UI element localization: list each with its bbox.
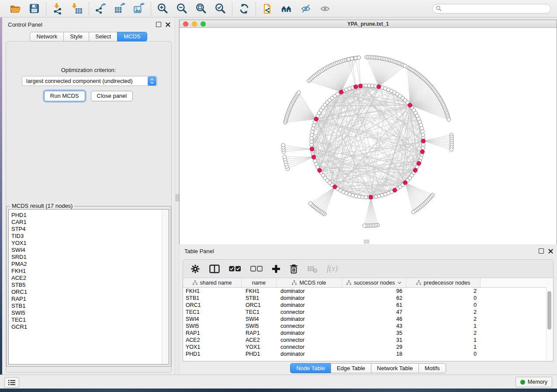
select-all-icon[interactable] (229, 263, 241, 275)
table-header-row: shared namenameMCDS rolesuccessor nodesp… (183, 278, 553, 288)
save-session-icon[interactable] (28, 3, 40, 14)
list-item[interactable]: STB5 (9, 282, 169, 289)
float-panel-icon[interactable] (156, 22, 161, 27)
network-graph[interactable] (180, 28, 557, 244)
delete-table-icon (307, 263, 318, 275)
table-cell: 43 (342, 323, 406, 329)
toggle-column-icon[interactable] (209, 263, 220, 275)
table-cell: 62 (342, 295, 406, 301)
list-item[interactable]: YOX1 (9, 240, 169, 247)
table-cell: dominator (277, 351, 342, 357)
tab-select[interactable]: Select (89, 32, 118, 41)
table-row[interactable]: SWI4SWI4dominator462 (183, 316, 553, 323)
close-table-panel-icon[interactable] (548, 249, 553, 254)
zoom-selected-icon[interactable] (214, 3, 226, 14)
list-item[interactable]: PHD1 (9, 212, 169, 219)
column-header-predecessor-nodes[interactable]: predecessor nodes (406, 278, 481, 287)
tab-edge-table[interactable]: Edge Table (331, 363, 371, 373)
open-file-icon[interactable] (9, 3, 21, 14)
table-toolbar: f(x) (183, 259, 554, 278)
function-builder-icon: f(x) (327, 263, 338, 275)
search-input[interactable] (444, 5, 547, 12)
list-item[interactable]: GCR1 (9, 323, 169, 330)
list-item[interactable]: RAP1 (9, 296, 169, 303)
task-history-button[interactable] (4, 377, 19, 388)
memory-button[interactable]: Memory (515, 377, 552, 387)
table-body: FKH1FKH1dominator962STB1STB1dominator620… (183, 288, 553, 358)
refresh-icon[interactable] (238, 3, 250, 14)
tab-network[interactable]: Network (30, 32, 64, 41)
list-item[interactable]: TID3 (9, 233, 169, 240)
table-cell: 0 (406, 302, 481, 308)
settings-gear-icon[interactable] (190, 263, 200, 275)
list-item[interactable]: ACE2 (9, 275, 169, 282)
control-panel: Control Panel NetworkStyleSelectMCDS Opt… (2, 17, 175, 375)
share-document-icon[interactable] (262, 3, 273, 14)
column-header-shared-name[interactable]: shared name (183, 278, 242, 287)
splitter-grip[interactable] (176, 194, 179, 201)
birdseye-view-icon[interactable] (281, 3, 293, 14)
zoom-in-icon[interactable] (157, 3, 169, 14)
tab-mcds[interactable]: MCDS (117, 32, 147, 41)
list-item[interactable]: SWI4 (9, 247, 169, 254)
search-field[interactable] (432, 4, 551, 14)
close-panel-button[interactable]: Close panel (91, 91, 133, 101)
tab-motifs[interactable]: Motifs (419, 363, 446, 373)
add-column-icon[interactable] (272, 263, 280, 275)
table-row[interactable]: SWI5SWI5connector431 (183, 323, 553, 330)
table-row[interactable]: FKH1FKH1dominator962 (183, 288, 553, 295)
column-header-label: predecessor nodes (424, 280, 470, 286)
deselect-all-icon[interactable] (250, 263, 263, 275)
table-scrollbar[interactable] (546, 287, 553, 361)
close-panel-icon[interactable] (166, 22, 170, 27)
import-network-icon[interactable] (52, 3, 64, 14)
list-item[interactable]: FKH1 (9, 268, 169, 275)
export-table-icon[interactable] (114, 3, 126, 14)
list-item[interactable]: PMA2 (9, 261, 169, 268)
list-item[interactable]: CAR1 (9, 219, 169, 226)
table-row[interactable]: PHD1PHD1dominator180 (183, 351, 553, 358)
list-scrollbar[interactable] (162, 210, 169, 364)
import-table-icon[interactable] (71, 3, 83, 14)
table-row[interactable]: STB1STB1dominator620 (183, 295, 553, 302)
scrollbar-thumb[interactable] (547, 291, 551, 330)
tab-node-table[interactable]: Node Table (290, 363, 331, 373)
select-stepper-icon (148, 76, 156, 86)
optimization-criterion-select[interactable]: largest connected component (undirected) (22, 76, 157, 86)
table-row[interactable]: ACE2ACE2connector311 (183, 337, 553, 344)
list-item[interactable]: SRD1 (9, 254, 169, 261)
float-table-panel-icon[interactable] (539, 248, 544, 254)
table-cell: 18 (342, 351, 406, 357)
column-header-name[interactable]: name (242, 278, 277, 287)
table-row[interactable]: YOX1YOX1connector291 (183, 344, 553, 351)
zoom-fit-icon[interactable] (195, 3, 207, 14)
delete-column-icon[interactable] (290, 263, 298, 275)
hide-panel-eye-icon[interactable] (300, 3, 312, 14)
list-item[interactable]: STB1 (9, 303, 169, 309)
mcds-result-list[interactable]: PHD1CAR1STP4TID3YOX1SWI4SRD1PMA2FKH1ACE2… (8, 209, 169, 364)
list-item[interactable]: STP4 (9, 226, 169, 233)
export-network-icon[interactable] (95, 3, 107, 14)
vertical-splitter[interactable] (175, 17, 179, 375)
table-row[interactable]: RAP1RAP1dominator352 (183, 330, 553, 337)
table-cell: connector (277, 309, 342, 315)
tab-network-table[interactable]: Network Table (371, 363, 419, 373)
tab-style[interactable]: Style (63, 32, 89, 41)
list-item[interactable]: ORC1 (9, 289, 169, 296)
export-image-icon[interactable] (133, 3, 145, 14)
zoom-out-icon[interactable] (176, 3, 188, 14)
table-cell: SWI4 (183, 316, 242, 322)
show-panel-eye-icon[interactable] (319, 3, 331, 14)
column-header-successor-nodes[interactable]: successor nodes (342, 278, 406, 287)
run-mcds-button[interactable]: Run MCDS (44, 91, 85, 101)
table-row[interactable]: ORC1ORC1dominator610 (183, 302, 553, 309)
table-row[interactable]: TEC1TEC1connector472 (183, 309, 553, 316)
list-item[interactable]: SWI5 (9, 309, 169, 316)
list-item[interactable]: TEC1 (9, 316, 169, 323)
table-cell: YOX1 (183, 344, 242, 350)
column-header-MCDS-role[interactable]: MCDS role (277, 278, 342, 287)
network-canvas[interactable] (180, 28, 557, 244)
table-cell: 1 (406, 337, 481, 343)
canvas-resize-grip[interactable] (364, 240, 369, 244)
table-panel: Table Panel (179, 246, 557, 375)
